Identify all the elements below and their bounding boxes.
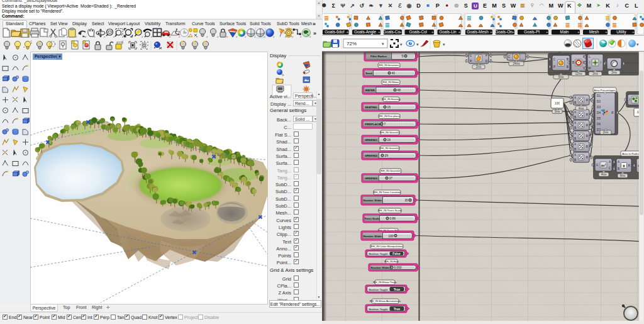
- svg-text:15: 15: [404, 199, 408, 202]
- svg-text:4ms: 4ms: [601, 173, 607, 176]
- svg-text:+: +: [577, 30, 580, 35]
- svg-text:False: False: [392, 252, 401, 255]
- svg-text:16: 16: [387, 138, 391, 142]
- svg-text:Area Percentages: Area Percentages: [594, 89, 615, 92]
- svg-text:GREEN02: GREEN02: [365, 154, 378, 157]
- svg-text:W: W: [588, 67, 591, 70]
- svg-text:Boolean Toggle: Boolean Toggle: [369, 252, 388, 255]
- svg-text:RH_IN:Water: RH_IN:Water: [383, 81, 399, 84]
- svg-text:B: B: [574, 159, 576, 162]
- svg-text:2ms: 2ms: [611, 71, 617, 74]
- svg-text:+: +: [632, 30, 635, 35]
- svg-text:2ms: 2ms: [592, 72, 598, 75]
- svg-text:Trees Scale: Trees Scale: [364, 217, 380, 220]
- svg-text:▾: ▾: [443, 42, 445, 47]
- svg-text:True: True: [394, 288, 400, 291]
- svg-text:Goals-Col: Goals-Col: [409, 30, 427, 34]
- svg-text:Number Slider: Number Slider: [370, 266, 389, 269]
- svg-text:▾: ▾: [416, 42, 419, 47]
- svg-text:I: I: [630, 98, 630, 101]
- svg-text:RH_IN:Hue: RH_IN:Hue: [384, 260, 399, 263]
- svg-text:+: +: [431, 30, 434, 35]
- svg-text:+: +: [490, 30, 492, 35]
- svg-text:8ms: 8ms: [620, 174, 626, 177]
- svg-text:B: B: [574, 101, 576, 104]
- svg-text:D5: D5: [597, 117, 601, 120]
- svg-text:D6: D6: [597, 123, 601, 126]
- svg-text:True: True: [394, 308, 400, 311]
- svg-text:▾: ▾: [382, 42, 384, 46]
- svg-text:GREEN03: GREEN03: [365, 177, 378, 180]
- svg-text:0.86: 0.86: [390, 217, 396, 220]
- svg-text:+: +: [605, 30, 608, 35]
- svg-text:Goals-6dof: Goals-6dof: [325, 30, 344, 34]
- svg-text:D3: D3: [597, 106, 601, 109]
- svg-text:RH_IN:Show Trees: RH_IN:Show Trees: [373, 281, 397, 284]
- svg-text:Utility: Utility: [616, 30, 626, 35]
- svg-text:4ms: 4ms: [579, 107, 584, 110]
- svg-text:B: B: [574, 137, 576, 140]
- svg-text:Boolean Toggle: Boolean Toggle: [369, 288, 388, 291]
- svg-text:▾: ▾: [636, 42, 639, 47]
- svg-text:+: +: [546, 30, 548, 35]
- svg-text:B: B: [618, 167, 619, 170]
- svg-text:RH_IN:Trees Location: RH_IN:Trees Location: [374, 191, 401, 194]
- svg-text:RH_IN:Green01: RH_IN:Green01: [380, 131, 400, 134]
- svg-text:12ms: 12ms: [575, 72, 582, 75]
- svg-text:RH_IN:Color Manipulation: RH_IN:Color Manipulation: [370, 245, 403, 248]
- svg-text:Number Slider: Number Slider: [363, 235, 382, 238]
- svg-text:Mesh: Mesh: [589, 30, 599, 34]
- svg-text:5ms: 5ms: [558, 75, 564, 79]
- svg-text:D2: D2: [597, 100, 601, 103]
- svg-text:+: +: [347, 30, 349, 35]
- svg-text:Main: Main: [560, 30, 569, 34]
- svg-text:Goals-Angle: Goals-Angle: [354, 30, 377, 35]
- svg-text:B: B: [567, 65, 569, 69]
- svg-text:7: 7: [384, 123, 386, 126]
- svg-text:I: I: [589, 61, 590, 64]
- svg-text:100: 100: [555, 102, 560, 105]
- svg-text:m²: m²: [601, 164, 606, 167]
- svg-text:SEATING: SEATING: [365, 106, 377, 109]
- svg-text:29: 29: [385, 154, 389, 157]
- svg-text:Area to Radius: Area to Radius: [622, 152, 640, 155]
- svg-text:Goals-Mesh: Goals-Mesh: [467, 30, 489, 34]
- svg-text:RH_IN:Green03: RH_IN:Green03: [380, 169, 401, 172]
- svg-text:D4: D4: [597, 111, 601, 115]
- svg-text:»: »: [313, 30, 316, 36]
- svg-text:D1: D1: [597, 94, 601, 98]
- svg-text:37: 37: [389, 177, 393, 180]
- svg-text:24ms: 24ms: [513, 62, 520, 65]
- svg-text:RH_IN:Green02: RH_IN:Green02: [380, 147, 400, 150]
- svg-text:15: 15: [387, 106, 391, 109]
- svg-text:RH_IN:Fire place: RH_IN:Fire place: [379, 115, 400, 118]
- svg-text:GREEN01: GREEN01: [365, 138, 378, 142]
- svg-text:B: B: [567, 58, 569, 61]
- svg-text:G: G: [596, 164, 599, 167]
- svg-text:40: 40: [392, 72, 396, 75]
- svg-text:RH_IN:Iterations: RH_IN:Iterations: [379, 64, 399, 67]
- svg-text:RH_IN:Trees Scale: RH_IN:Trees Scale: [378, 209, 402, 212]
- svg-text:B: B: [574, 116, 576, 119]
- svg-text:2ms: 2ms: [603, 131, 609, 134]
- svg-text:L: L: [589, 55, 591, 59]
- svg-text:Boolean Toggle: Boolean Toggle: [369, 308, 388, 311]
- svg-text:B: B: [574, 148, 576, 151]
- svg-text:+: +: [512, 30, 514, 35]
- svg-text:Goals-Lin: Goals-Lin: [439, 30, 457, 34]
- svg-text:+: +: [399, 30, 402, 35]
- svg-text:0.000: 0.000: [394, 266, 402, 269]
- svg-text:I: I: [601, 61, 601, 64]
- svg-text:100: 100: [388, 235, 393, 238]
- svg-text:B: B: [572, 61, 574, 64]
- svg-text:WATER: WATER: [365, 89, 375, 92]
- svg-text:B: B: [574, 126, 576, 130]
- svg-text:Goals-On: Goals-On: [495, 30, 513, 34]
- svg-text:2ms: 2ms: [476, 65, 482, 69]
- svg-text:x: x: [623, 164, 625, 168]
- svg-text:P: P: [553, 65, 555, 69]
- svg-text:Number Slider: Number Slider: [363, 199, 382, 202]
- svg-text:FIREPLACE: FIREPLACE: [365, 123, 380, 126]
- svg-text:Goals-Co: Goals-Co: [383, 30, 400, 34]
- svg-text:Goals-Pt: Goals-Pt: [524, 30, 540, 34]
